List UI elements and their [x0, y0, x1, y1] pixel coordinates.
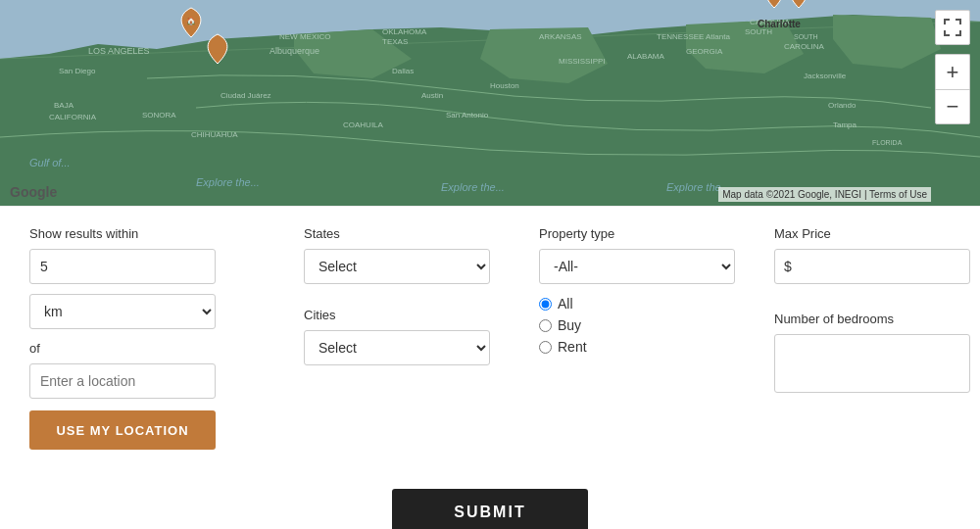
expand-icon — [944, 19, 961, 36]
svg-text:Austin: Austin — [421, 91, 443, 100]
price-wrapper: $ — [774, 249, 970, 284]
svg-text:CHIHUAHUA: CHIHUAHUA — [191, 130, 238, 139]
svg-text:Gulf of...: Gulf of... — [29, 157, 71, 168]
cities-label: Cities — [304, 308, 500, 322]
svg-text:SONORA: SONORA — [142, 111, 176, 120]
radio-all-input[interactable] — [539, 298, 552, 311]
svg-text:Explore the...: Explore the... — [441, 181, 505, 193]
bedrooms-input[interactable] — [774, 334, 970, 393]
map-svg: LOS ANGELES San Diego BAJA CALIFORNIA SO… — [0, 0, 980, 206]
zoom-in-button[interactable]: + — [935, 54, 970, 89]
filter-row: Show results within km miles of USE MY L… — [29, 226, 951, 450]
radio-all-label: All — [558, 296, 573, 312]
svg-text:CAROLINA: CAROLINA — [784, 42, 825, 51]
svg-text:Atlanta: Atlanta — [706, 32, 730, 41]
svg-text:SOUTH: SOUTH — [794, 33, 818, 40]
radio-buy-label: Buy — [558, 317, 581, 333]
svg-text:ARKANSAS: ARKANSAS — [539, 32, 582, 41]
svg-text:Albuquerque: Albuquerque — [270, 46, 319, 56]
svg-text:COAHUILA: COAHUILA — [343, 120, 384, 129]
svg-text:San Antonio: San Antonio — [446, 111, 489, 120]
charlotte-label: Charlotte — [758, 19, 801, 29]
unit-select[interactable]: km miles — [29, 294, 216, 329]
use-location-button[interactable]: USE MY LOCATION — [29, 410, 216, 450]
svg-text:Houston: Houston — [490, 81, 519, 90]
zoom-out-button[interactable]: − — [935, 89, 970, 124]
location-input[interactable] — [29, 363, 216, 399]
submit-section: SUBMIT × CLEAR ALL FILTERS — [0, 479, 980, 529]
show-results-label: Show results within — [29, 226, 265, 241]
radio-rent[interactable]: Rent — [539, 339, 735, 355]
svg-text:ALABAMA: ALABAMA — [627, 52, 664, 61]
max-price-input[interactable] — [774, 249, 970, 284]
svg-text:Jacksonville: Jacksonville — [804, 72, 847, 80]
property-type-select[interactable]: -All- House Apartment Condo — [539, 249, 735, 284]
zoom-controls: + − — [935, 54, 970, 124]
max-price-label: Max Price — [774, 226, 970, 241]
price-bedrooms-group: Max Price $ Number of bedrooms — [774, 226, 970, 393]
svg-text:Orlando: Orlando — [828, 101, 857, 110]
distance-input[interactable] — [29, 249, 216, 284]
cities-select[interactable]: Select — [304, 330, 490, 365]
svg-text:CALIFORNIA: CALIFORNIA — [49, 113, 97, 121]
states-select[interactable]: Select — [304, 249, 490, 284]
property-type-group: Property type -All- House Apartment Cond… — [539, 226, 735, 355]
expand-map-button[interactable] — [935, 10, 970, 45]
states-label: States — [304, 226, 500, 241]
google-logo: Google — [10, 184, 57, 200]
states-group: States Select — [304, 226, 500, 284]
max-price-group: Max Price $ — [774, 226, 970, 284]
svg-text:Ciudad Juárez: Ciudad Juárez — [220, 91, 271, 100]
svg-text:FLORIDA: FLORIDA — [872, 139, 903, 146]
radio-rent-label: Rent — [558, 339, 587, 355]
svg-text:Tampa: Tampa — [833, 120, 858, 129]
bedrooms-label: Number of bedrooms — [774, 312, 970, 326]
svg-text:🏠: 🏠 — [186, 16, 196, 25]
filter-section: Show results within km miles of USE MY L… — [0, 206, 980, 479]
map-attribution: Map data ©2021 Google, INEGI | Terms of … — [718, 187, 931, 202]
svg-text:OKLAHOMA: OKLAHOMA — [382, 27, 427, 36]
map-container: LOS ANGELES San Diego BAJA CALIFORNIA SO… — [0, 0, 980, 206]
of-label: of — [29, 341, 265, 356]
svg-text:TEXAS: TEXAS — [382, 37, 408, 46]
radio-all[interactable]: All — [539, 296, 735, 312]
svg-text:GEORGIA: GEORGIA — [686, 47, 723, 56]
svg-text:Dallas: Dallas — [392, 67, 414, 75]
show-results-group: Show results within km miles of USE MY L… — [29, 226, 265, 450]
svg-text:San Diego: San Diego — [59, 67, 96, 75]
svg-point-37 — [210, 38, 225, 54]
radio-buy[interactable]: Buy — [539, 317, 735, 333]
submit-button[interactable]: SUBMIT — [392, 489, 588, 529]
svg-text:TENNESSEE: TENNESSEE — [657, 32, 704, 41]
svg-text:LOS ANGELES: LOS ANGELES — [88, 46, 150, 56]
listing-type-radio-group: All Buy Rent — [539, 296, 735, 355]
bedrooms-group: Number of bedrooms — [774, 312, 970, 393]
cities-group: Cities Select — [304, 308, 500, 365]
radio-rent-input[interactable] — [539, 341, 552, 354]
svg-text:NEW MEXICO: NEW MEXICO — [279, 32, 330, 41]
property-type-label: Property type — [539, 226, 735, 241]
states-cities-group: States Select Cities Select — [304, 226, 500, 365]
svg-text:Explore the...: Explore the... — [196, 176, 260, 188]
svg-text:MISSISSIPPI: MISSISSIPPI — [559, 57, 606, 66]
radio-buy-input[interactable] — [539, 319, 552, 332]
svg-text:BAJA: BAJA — [54, 101, 74, 110]
